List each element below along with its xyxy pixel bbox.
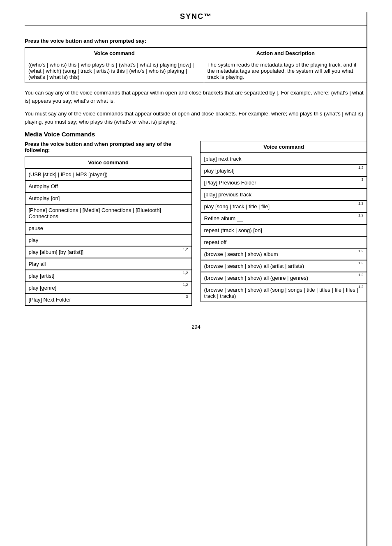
command-text: [play] next track: [204, 156, 242, 162]
list-item: play [artist]1,2: [25, 270, 192, 282]
command-text: Refine album __: [204, 215, 243, 221]
top-table-col1-header: Voice command: [25, 48, 204, 59]
command-text: [Play] Previous Folder: [204, 180, 256, 186]
left-column: Press the voice button and when prompted…: [25, 141, 192, 311]
list-item: play [song | track | title | file]1,2: [201, 200, 367, 212]
page-title: SYNC™: [25, 12, 367, 21]
command-text: (browse | search | show) all (artist | a…: [204, 263, 304, 269]
list-item: Refine album __1,2: [201, 212, 367, 224]
top-table-col2-cell: The system reads the metadata tags of th…: [204, 59, 367, 83]
paragraph-1: You can say any of the voice commands th…: [25, 89, 367, 105]
command-text: [Play] Next Folder: [29, 297, 71, 303]
left-voice-table: Voice command (USB [stick] | iPod | MP3 …: [25, 157, 192, 306]
command-text: play [artist]: [29, 273, 55, 279]
list-item: [Play] Next Folder3: [25, 294, 192, 306]
list-item: (USB [stick] | iPod | MP3 [player]): [25, 168, 192, 181]
list-item: [Phone] Connections | [Media] Connection…: [25, 204, 192, 222]
list-item: [play] previous track: [201, 189, 367, 200]
page-number: 294: [25, 324, 367, 330]
command-text: (browse | search | show) all (genre | ge…: [204, 275, 309, 281]
list-item: (browse | search | show) all (genre | ge…: [201, 272, 367, 284]
command-text: [play] previous track: [204, 191, 252, 198]
command-text: (USB [stick] | iPod | MP3 [player]): [29, 171, 108, 177]
list-item: (browse | search | show) all (artist | a…: [201, 260, 367, 272]
table-row: ((who's | who is) this | who plays this …: [25, 59, 367, 83]
list-item: repeat (track | song) [on]: [201, 224, 367, 236]
list-item: repeat off: [201, 236, 367, 248]
right-voice-table: Voice command [play] next trackplay [pla…: [200, 141, 367, 302]
list-item: play [album] [by [artist]]1,2: [25, 246, 192, 258]
command-text: play [song | track | title | file]: [204, 203, 270, 210]
top-divider: [25, 25, 367, 25]
command-text: repeat (track | song) [on]: [204, 227, 262, 233]
media-section-title: Media Voice Commands: [25, 131, 367, 138]
top-section-label: Press the voice button and when prompted…: [25, 38, 367, 44]
list-item: (browse | search | show) all (song | son…: [201, 284, 367, 302]
command-text: play [playlist]: [204, 168, 235, 174]
command-text: pause: [29, 225, 43, 231]
top-table-col1-cell: ((who's | who is) this | who plays this …: [25, 59, 204, 83]
list-item: play [genre]1,2: [25, 282, 192, 294]
list-item: play [playlist]1,2: [201, 165, 367, 177]
right-table-header: Voice command: [201, 141, 367, 153]
sub-section-label: Press the voice button and when prompted…: [25, 141, 192, 153]
command-text: play: [29, 237, 39, 243]
right-column: Voice command [play] next trackplay [pla…: [200, 141, 367, 308]
left-table-header: Voice command: [25, 157, 192, 168]
list-item: Autoplay [on]: [25, 192, 192, 204]
command-text: play [genre]: [29, 285, 57, 291]
top-table: Voice command Action and Description ((w…: [25, 47, 367, 83]
paragraph-2: You must say any of the voice commands t…: [25, 110, 367, 126]
command-text: Autoplay Off: [29, 183, 58, 189]
list-item: [play] next track: [201, 153, 367, 165]
list-item: Play all: [25, 258, 192, 270]
command-text: Autoplay [on]: [29, 195, 60, 201]
top-table-col2-header: Action and Description: [204, 48, 367, 59]
command-text: Play all: [29, 261, 46, 267]
command-text: repeat off: [204, 239, 227, 245]
list-item: pause: [25, 222, 192, 234]
list-item: [Play] Previous Folder3: [201, 177, 367, 189]
list-item: (browse | search | show) album1,2: [201, 248, 367, 260]
command-text: (browse | search | show) all (song | son…: [204, 287, 358, 299]
list-item: Autoplay Off: [25, 180, 192, 192]
command-text: [Phone] Connections | [Media] Connection…: [29, 207, 188, 219]
two-col-layout: Press the voice button and when prompted…: [25, 141, 367, 311]
list-item: play: [25, 234, 192, 246]
command-text: play [album] [by [artist]]: [29, 249, 84, 255]
command-text: (browse | search | show) album: [204, 251, 278, 257]
